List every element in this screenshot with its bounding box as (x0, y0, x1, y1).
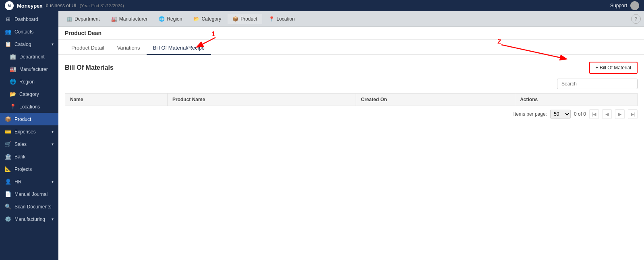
loc-icon: 📍 (10, 104, 16, 110)
cat-tab-icon: 📂 (193, 16, 199, 22)
section-title: Bill Of Materials (65, 64, 114, 71)
sidebar-label-sales: Sales (14, 141, 27, 147)
expenses-icon: 💳 (5, 129, 11, 135)
tab-manufacturer[interactable]: 🏭 Manufacturer (106, 14, 153, 24)
sidebar-label-dashboard: Dashboard (14, 17, 38, 22)
top-nav-tabs: 🏢 Department 🏭 Manufacturer 🌐 Region 📂 C… (58, 11, 644, 27)
product-header: Product Dean (58, 27, 644, 40)
sidebar-item-hr[interactable]: 👤 HR ▾ (0, 175, 58, 188)
business-title: business of UI (46, 3, 77, 8)
page-count: 0 of 0 (574, 111, 586, 117)
manufacturing-chevron-icon: ▾ (52, 217, 54, 221)
sidebar-label-catalog: Catalog (14, 42, 31, 47)
loc-tab-icon: 📍 (269, 16, 275, 22)
product-tab-icon: 📦 (232, 16, 238, 22)
mfr-tab-label: Manufacturer (119, 16, 148, 22)
sidebar-item-category[interactable]: 📂 Category (0, 88, 58, 100)
expenses-chevron-icon: ▾ (52, 129, 54, 134)
region-tab-label: Region (167, 16, 182, 22)
scan-icon: 🔍 (5, 204, 11, 210)
sidebar-label-scan-documents: Scan Documents (14, 204, 51, 210)
items-per-page-select[interactable]: 10 25 50 100 (550, 110, 571, 119)
sidebar-label-manufacturer: Manufacturer (19, 67, 48, 72)
dashboard-icon: ⊞ (5, 16, 11, 22)
pagination-prev-button[interactable]: ◀ (602, 109, 612, 119)
support-label[interactable]: Support (610, 3, 627, 8)
add-bom-label: + Bill Of Material (596, 65, 631, 71)
app-name: Moneypex (17, 3, 43, 9)
sidebar-item-product[interactable]: 📦 Product (0, 113, 58, 125)
hr-chevron-icon: ▾ (52, 179, 54, 184)
sidebar-item-expenses[interactable]: 💳 Expenses ▾ (0, 125, 58, 138)
sales-chevron-icon: ▾ (52, 142, 54, 146)
sidebar-item-catalog[interactable]: 📋 Catalog ▾ (0, 38, 58, 50)
sidebar-item-region[interactable]: 🌐 Region (0, 75, 58, 88)
pagination: Items per page: 10 25 50 100 0 of 0 |◀ ◀… (65, 106, 638, 122)
dept-icon: 🏢 (10, 54, 16, 60)
sidebar-item-manufacturing[interactable]: ⚙️ Manufacturing ▾ (0, 213, 58, 225)
search-bar (65, 79, 638, 89)
sidebar-label-projects: Projects (14, 166, 32, 172)
year-end: (Year End 31/12/2024) (80, 3, 124, 8)
top-bar: M Moneypex business of UI (Year End 31/1… (0, 0, 644, 11)
product-tab-label: Product (240, 16, 257, 22)
manufacturing-icon: ⚙️ (5, 216, 11, 222)
contacts-icon: 👥 (5, 29, 11, 35)
sidebar-item-scan-documents[interactable]: 🔍 Scan Documents (0, 200, 58, 213)
sidebar-label-manufacturing: Manufacturing (14, 216, 45, 222)
sidebar-label-department: Department (19, 54, 45, 60)
subtab-variations[interactable]: Variations (111, 42, 147, 55)
catalog-chevron-icon: ▾ (52, 42, 54, 46)
subtab-product-detail[interactable]: Product Detail (65, 42, 111, 55)
sidebar-item-projects[interactable]: 📐 Projects (0, 163, 58, 175)
tab-location[interactable]: 📍 Location (264, 14, 300, 24)
sidebar-item-contacts[interactable]: 👥 Contacts (0, 25, 58, 38)
product-name: Product Dean (65, 30, 101, 36)
col-header-actions: Actions (515, 94, 638, 106)
product-icon: 📦 (5, 116, 11, 122)
sidebar-item-dashboard[interactable]: ⊞ Dashboard (0, 13, 58, 25)
catalog-icon: 📋 (5, 41, 11, 47)
sidebar-label-product: Product (14, 116, 31, 122)
region-icon: 🌐 (10, 79, 16, 85)
sidebar-item-locations[interactable]: 📍 Locations (0, 100, 58, 113)
tab-category[interactable]: 📂 Category (188, 14, 226, 24)
sidebar-label-manual-journal: Manual Journal (14, 191, 48, 197)
sidebar-label-hr: HR (14, 179, 21, 185)
cat-icon: 📂 (10, 91, 16, 97)
sidebar: ⊞ Dashboard 👥 Contacts 📋 Catalog ▾ 🏢 Dep… (0, 11, 58, 260)
sidebar-label-expenses: Expenses (14, 129, 36, 135)
add-bom-button[interactable]: + Bill Of Material (589, 62, 638, 74)
main-content: Bill Of Materials + Bill Of Material Nam… (58, 55, 644, 260)
items-per-page-label: Items per page: (514, 111, 547, 117)
sidebar-label-contacts: Contacts (14, 29, 33, 35)
col-header-product-name: Product Name (167, 94, 356, 106)
col-header-created-on: Created On (356, 94, 515, 106)
sidebar-item-bank[interactable]: 🏦 Bank (0, 150, 58, 163)
help-button[interactable]: ? (631, 14, 641, 24)
tab-product[interactable]: 📦 Product (228, 14, 262, 24)
pagination-next-button[interactable]: ▶ (615, 109, 625, 119)
mfr-tab-icon: 🏭 (111, 16, 117, 22)
mfr-icon: 🏭 (10, 66, 16, 72)
sidebar-label-locations: Locations (19, 104, 40, 110)
sidebar-label-bank: Bank (14, 154, 25, 160)
pagination-last-button[interactable]: ▶| (628, 109, 638, 119)
sidebar-item-manual-journal[interactable]: 📄 Manual Journal (0, 188, 58, 200)
search-input[interactable] (557, 79, 638, 89)
top-bar-left: M Moneypex business of UI (Year End 31/1… (5, 1, 124, 10)
tab-region[interactable]: 🌐 Region (154, 14, 187, 24)
content-wrapper: 1 2 🏢 Department 🏭 Manufacture (58, 11, 644, 260)
bank-icon: 🏦 (5, 154, 11, 160)
sidebar-item-department[interactable]: 🏢 Department (0, 50, 58, 63)
top-bar-right: Support (610, 1, 639, 10)
pagination-first-button[interactable]: |◀ (589, 109, 599, 119)
sidebar-item-sales[interactable]: 🛒 Sales ▾ (0, 138, 58, 150)
subtab-bill-of-material[interactable]: Bill Of Material/Recipe (147, 42, 211, 55)
tab-department[interactable]: 🏢 Department (62, 14, 105, 24)
sidebar-label-category: Category (19, 92, 39, 97)
data-table: Name Product Name Created On Actions (65, 93, 638, 106)
col-header-name: Name (65, 94, 168, 106)
sidebar-item-manufacturer[interactable]: 🏭 Manufacturer (0, 63, 58, 75)
avatar[interactable] (630, 1, 639, 10)
